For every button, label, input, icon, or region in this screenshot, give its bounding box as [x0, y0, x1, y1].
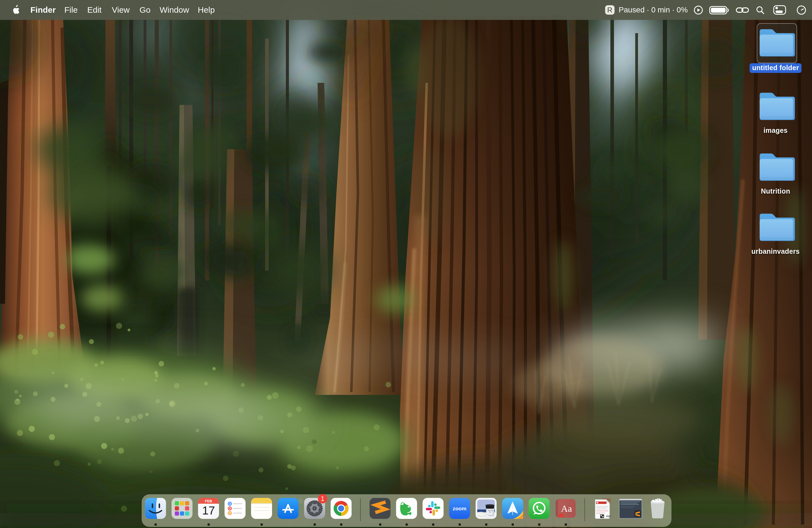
svg-text:zoom: zoom [453, 505, 466, 511]
svg-text:FEB: FEB [205, 499, 212, 503]
svg-text:17: 17 [202, 504, 215, 517]
svg-text:PDF: PDF [606, 515, 611, 518]
svg-text:Aa: Aa [561, 503, 572, 514]
